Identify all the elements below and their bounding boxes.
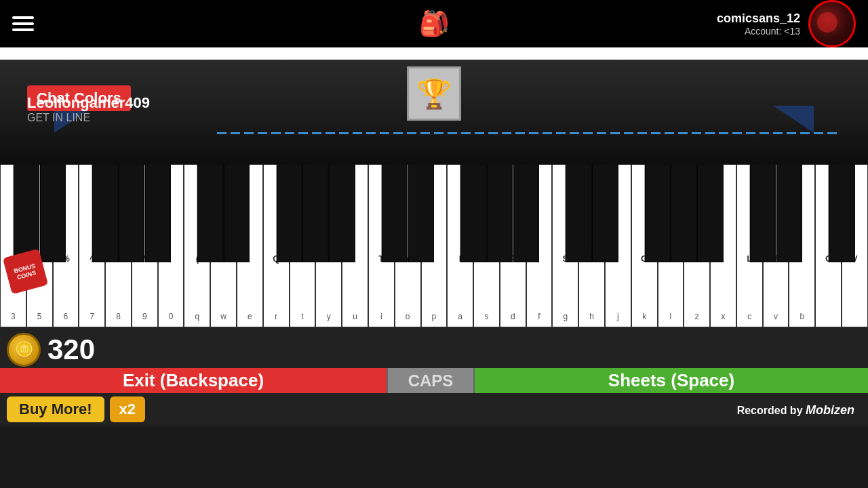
menu-button[interactable] <box>12 16 34 31</box>
white-key-bot-label: h <box>589 312 594 321</box>
progress-line <box>217 132 841 134</box>
white-key[interactable]: 0 <box>158 165 184 327</box>
score-value: 320 <box>47 333 95 366</box>
white-key-top-label: Q <box>273 253 279 264</box>
trophy-icon: 🏆 <box>416 77 452 110</box>
white-key[interactable]: Hl <box>658 165 684 327</box>
white-key-bot-label: w <box>220 312 226 321</box>
white-key-bot-label: z <box>695 312 699 321</box>
white-key-bot-label: d <box>511 312 515 321</box>
white-keys[interactable]: @3$5%6^78*90(qweQrWtEyuTiYopIaOsPdfSgDhj… <box>0 165 868 327</box>
player-status: GET IN LINE <box>27 112 150 124</box>
white-key-bot-label: t <box>301 312 303 321</box>
white-key-bot-label: e <box>248 312 252 321</box>
white-key[interactable]: V <box>842 165 868 327</box>
white-key-top-label: W <box>298 253 307 264</box>
white-key-bot-label: b <box>800 312 804 321</box>
white-key-bot-label: k <box>642 312 646 321</box>
white-key[interactable]: Pd <box>500 165 526 327</box>
white-key[interactable]: %6 <box>53 165 79 327</box>
piano[interactable]: @3$5%6^78*90(qweQrWtEyuTiYopIaOsPdfSgDhj… <box>0 165 868 327</box>
white-key-top-label: ( <box>196 253 199 264</box>
white-key[interactable]: f <box>526 165 553 327</box>
white-key[interactable]: Jz <box>684 165 710 327</box>
white-key-top-label: S <box>562 253 568 264</box>
white-key[interactable]: j <box>605 165 631 327</box>
white-key-bot-label: f <box>538 312 540 321</box>
white-key-top-label: * <box>143 253 146 264</box>
white-key[interactable]: (q <box>184 165 210 327</box>
user-account: Account: <13 <box>717 26 800 37</box>
white-key-bot-label: r <box>275 312 277 321</box>
white-key-bot-label: c <box>747 312 751 321</box>
white-key[interactable]: p <box>421 165 448 327</box>
white-key-top-label: O <box>483 253 490 264</box>
white-key[interactable]: Ti <box>368 165 395 327</box>
buttons-row: Exit (Backspace) CAPS Sheets (Space) <box>0 368 868 393</box>
white-key-bot-label: 7 <box>90 312 94 321</box>
white-key-bot-label: v <box>774 312 778 321</box>
white-key[interactable]: Zv <box>763 165 789 327</box>
x2-badge[interactable]: x2 <box>110 396 145 422</box>
white-key[interactable]: e <box>237 165 263 327</box>
recorded-label: Recorded by <box>737 405 803 416</box>
buy-more-button[interactable]: Buy More! <box>7 396 104 422</box>
white-key[interactable]: $5 <box>26 165 53 327</box>
white-key-top-label: I <box>459 253 462 264</box>
white-key-bot-label: 3 <box>11 312 16 321</box>
coin-icon: 🪙 <box>7 333 41 367</box>
white-key-top-label: P <box>510 253 516 264</box>
white-key-bot-label: 5 <box>37 312 42 321</box>
white-key-bot-label: i <box>380 312 382 321</box>
white-key-top-label: C <box>825 253 831 264</box>
white-key[interactable]: x <box>710 165 736 327</box>
white-key-top-label: D <box>589 253 595 264</box>
white-key[interactable]: 8 <box>105 165 132 327</box>
white-key[interactable]: C <box>815 165 842 327</box>
top-bar: 🎒 comicsans_12 Account: <13 <box>0 0 868 47</box>
white-key[interactable]: Yo <box>395 165 421 327</box>
player-name: Leoliongamer409 <box>27 94 150 112</box>
white-key-bot-label: l <box>670 312 672 321</box>
mobizen-logo: Mobizen <box>806 403 854 417</box>
game-area: 🏆 Chat Colors Leoliongamer409 GET IN LIN… <box>0 60 868 165</box>
white-key[interactable]: Wt <box>290 165 316 327</box>
exit-button[interactable]: Exit (Backspace) <box>0 368 387 393</box>
white-key[interactable]: Os <box>473 165 500 327</box>
score-row: 🪙 320 <box>0 327 868 368</box>
white-key[interactable]: ^7 <box>79 165 105 327</box>
trophy-container: 🏆 <box>407 66 461 121</box>
bottom-bar: 🪙 320 Exit (Backspace) CAPS Sheets (Spac… <box>0 327 868 426</box>
white-key[interactable]: Ey <box>315 165 342 327</box>
white-key[interactable]: w <box>210 165 237 327</box>
white-key[interactable]: Sg <box>552 165 578 327</box>
white-key-top-label: G <box>641 253 648 264</box>
white-key-bot-label: u <box>353 312 357 321</box>
white-key-bot-label: s <box>484 312 488 321</box>
white-key-bot-label: g <box>563 312 568 321</box>
white-key-top-label: Y <box>405 253 411 264</box>
user-name: comicsans_12 <box>717 12 800 26</box>
white-key-bot-label: p <box>432 312 437 321</box>
white-key[interactable]: Qr <box>263 165 290 327</box>
user-info: comicsans_12 Account: <13 <box>717 0 856 47</box>
caps-button[interactable]: CAPS <box>387 368 475 393</box>
loading-bar <box>0 47 868 60</box>
white-key[interactable]: Gk <box>631 165 658 327</box>
white-key-top-label: J <box>694 253 699 264</box>
white-key[interactable]: Lc <box>736 165 763 327</box>
player-info: Leoliongamer409 GET IN LINE <box>27 94 150 124</box>
user-text: comicsans_12 Account: <13 <box>717 12 800 37</box>
white-key[interactable]: Ia <box>447 165 473 327</box>
bag-icon[interactable]: 🎒 <box>419 9 450 38</box>
white-key[interactable]: u <box>342 165 368 327</box>
white-key-top-label: H <box>667 253 673 264</box>
white-key[interactable]: *9 <box>132 165 158 327</box>
sheets-button[interactable]: Sheets (Space) <box>475 368 868 393</box>
white-key-top-label: T <box>378 253 384 264</box>
white-key[interactable]: b <box>789 165 815 327</box>
white-key-bot-label: 6 <box>64 312 68 321</box>
white-key[interactable]: Dh <box>578 165 605 327</box>
white-key-top-label: V <box>852 253 858 264</box>
white-key[interactable]: @3 <box>0 165 26 327</box>
